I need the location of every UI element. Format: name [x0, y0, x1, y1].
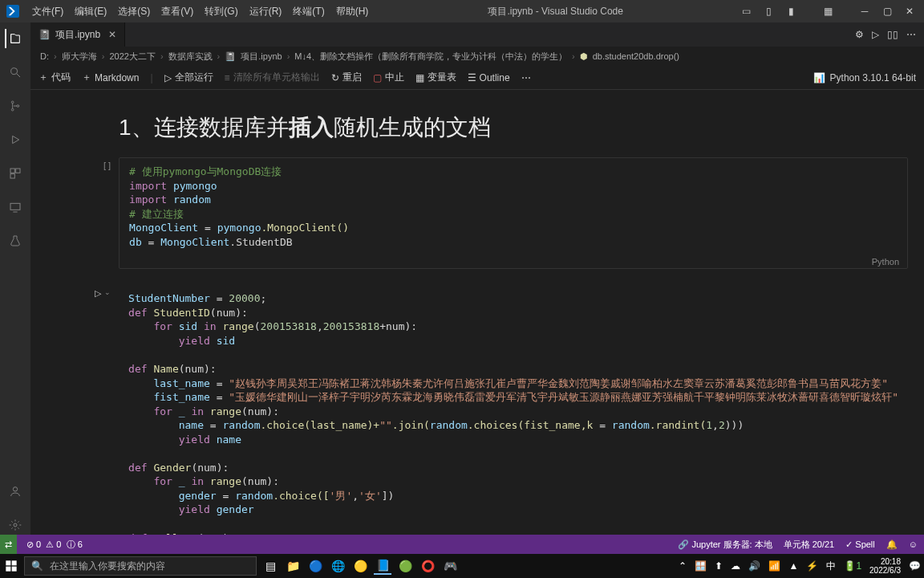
- start-button[interactable]: [3, 558, 19, 574]
- search-input[interactable]: 🔍 在这里输入你要搜索的内容: [24, 556, 257, 576]
- source-control-icon[interactable]: [6, 96, 25, 116]
- layout-icon[interactable]: ▮: [783, 6, 799, 17]
- menu-run[interactable]: 运行(R): [245, 3, 287, 20]
- layout-icon[interactable]: ▯: [760, 6, 776, 17]
- variables-button[interactable]: ▦变量表: [415, 71, 456, 84]
- chevron-down-icon[interactable]: ⌄: [104, 288, 111, 296]
- account-icon[interactable]: [6, 482, 25, 501]
- app-icon[interactable]: 🎮: [441, 557, 459, 575]
- outline-button[interactable]: ☰Outline: [468, 72, 510, 83]
- restart-button[interactable]: ↻重启: [331, 71, 362, 84]
- add-markdown-button[interactable]: ＋Markdown: [82, 71, 139, 84]
- bell-icon[interactable]: 🔔: [886, 539, 898, 550]
- activity-bar: [0, 22, 30, 535]
- edge-icon[interactable]: 🌐: [329, 557, 346, 575]
- menu-edit[interactable]: 编辑(E): [70, 3, 111, 20]
- crumb[interactable]: db.student20db.drop(): [593, 51, 679, 61]
- feedback-icon[interactable]: ☺: [909, 539, 918, 549]
- chevron-up-icon[interactable]: ⌃: [679, 560, 687, 572]
- task-icons: ▤ 📁 🔵 🌐 🟡 📘 🟢 ⭕ 🎮: [261, 557, 459, 575]
- gear-icon[interactable]: ⚙: [855, 29, 864, 40]
- menu-goto[interactable]: 转到(G): [200, 3, 242, 20]
- testing-icon[interactable]: [6, 231, 25, 250]
- stop-button[interactable]: ▢中止: [373, 71, 404, 84]
- app-icon[interactable]: 🟢: [396, 557, 414, 575]
- debug-icon[interactable]: [6, 130, 25, 149]
- remote-indicator[interactable]: ⇄: [0, 535, 17, 554]
- minimize-icon[interactable]: ─: [857, 6, 873, 17]
- menu-view[interactable]: 查看(V): [156, 3, 198, 20]
- notifications-icon[interactable]: 💬: [909, 560, 921, 572]
- remote-icon[interactable]: [6, 197, 25, 217]
- add-code-button[interactable]: ＋代码: [38, 71, 71, 84]
- svg-point-8: [13, 487, 17, 491]
- explorer-icon[interactable]: [5, 29, 24, 48]
- svg-rect-6: [10, 174, 14, 178]
- app-icon[interactable]: 🔵: [306, 557, 324, 575]
- code-cell[interactable]: [ ] # 使用pymongo与MongoDB连接 import pymongo…: [38, 157, 908, 269]
- svg-rect-5: [16, 169, 20, 173]
- split-icon[interactable]: ▯▯: [887, 29, 898, 40]
- extensions-icon[interactable]: [6, 164, 25, 183]
- editor: 📓 项目.ipynb ✕ ⚙ ▷ ▯▯ ⋯ D:› 师大学海› 2022大二下›…: [30, 22, 924, 535]
- spell-check[interactable]: ✓ Spell: [845, 539, 875, 550]
- vscode-logo: [6, 5, 19, 18]
- crumb[interactable]: M↓4、删除文档操作（删除所有商学院，专业为计科（中法）的学生）: [294, 51, 567, 63]
- tray-icon[interactable]: ☁: [731, 560, 740, 572]
- run-cell-icon[interactable]: ▷: [95, 288, 101, 299]
- window-controls: ▭ ▯ ▮ ▦ ─ ▢ ✕: [738, 6, 918, 17]
- kernel-picker[interactable]: Python 3.10.1 64-bit: [830, 72, 916, 83]
- maximize-icon[interactable]: ▢: [879, 6, 895, 17]
- tray-icon[interactable]: ⬆: [715, 560, 723, 572]
- more-icon[interactable]: ⋯: [906, 29, 916, 40]
- explorer-icon[interactable]: 📁: [284, 557, 302, 575]
- svg-rect-11: [12, 560, 17, 565]
- markdown-cell[interactable]: 1、连接数据库并插入随机生成的文档: [119, 112, 908, 143]
- clear-outputs-button[interactable]: ≡清除所有单元格输出: [225, 71, 320, 84]
- cell-position[interactable]: 单元格 20/21: [784, 539, 835, 551]
- titlebar: 文件(F) 编辑(E) 选择(S) 查看(V) 转到(G) 运行(R) 终端(T…: [0, 0, 924, 22]
- tray-icon[interactable]: ▲: [788, 560, 798, 572]
- svg-point-0: [11, 68, 18, 75]
- more-icon[interactable]: ⋯: [521, 72, 531, 83]
- jupyter-icon: 📓: [225, 51, 236, 62]
- crumb[interactable]: 数据库实践: [168, 51, 213, 63]
- menu-select[interactable]: 选择(S): [113, 3, 155, 20]
- tab-file[interactable]: 📓 项目.ipynb ✕: [30, 22, 125, 47]
- close-icon[interactable]: ✕: [902, 6, 918, 17]
- menu-file[interactable]: 文件(F): [27, 3, 68, 20]
- menu-help[interactable]: 帮助(H): [331, 3, 374, 20]
- tray-icon[interactable]: ⚡: [806, 560, 818, 572]
- settings-icon[interactable]: [6, 515, 25, 535]
- crumb[interactable]: 2022大二下: [109, 51, 155, 63]
- jupyter-server[interactable]: 🔗 Jupyter 服务器: 本地: [678, 539, 772, 551]
- heading: 1、连接数据库并插入随机生成的文档: [119, 112, 908, 143]
- wifi-icon[interactable]: 📶: [768, 560, 780, 572]
- clock[interactable]: 20:18 2022/6/3: [869, 557, 901, 575]
- tray-icon[interactable]: 🪟: [695, 560, 707, 572]
- app-icon[interactable]: ⭕: [419, 557, 436, 575]
- taskview-icon[interactable]: ▤: [261, 557, 279, 575]
- breadcrumb[interactable]: D:› 师大学海› 2022大二下› 数据库实践› 📓 项目.ipynb› M↓…: [30, 47, 924, 66]
- ime-icon[interactable]: 中: [826, 560, 836, 573]
- search-icon[interactable]: [6, 63, 25, 82]
- cell-lang[interactable]: Python: [872, 257, 899, 267]
- code[interactable]: StudentNumber = 20000; def StudentID(num…: [119, 285, 908, 535]
- run-icon[interactable]: ▷: [872, 29, 879, 40]
- layout-icon[interactable]: ▭: [738, 6, 754, 17]
- problems[interactable]: ⊘ 0 ⚠ 0 ⓘ 6: [26, 539, 83, 551]
- battery-icon[interactable]: 🔋1: [844, 560, 861, 572]
- run-all-button[interactable]: ▷全部运行: [164, 71, 213, 84]
- vscode-icon[interactable]: 📘: [374, 557, 391, 575]
- crumb[interactable]: 项目.ipynb: [241, 51, 282, 63]
- code[interactable]: # 使用pymongo与MongoDB连接 import pymongo imp…: [120, 158, 907, 255]
- crumb[interactable]: D:: [40, 51, 49, 61]
- menu-terminal[interactable]: 终端(T): [288, 3, 329, 20]
- code-cell[interactable]: ▷⌄ StudentNumber = 20000; def StudentID(…: [38, 285, 908, 535]
- chrome-icon[interactable]: 🟡: [351, 557, 369, 575]
- close-tab-icon[interactable]: ✕: [108, 29, 116, 40]
- volume-icon[interactable]: 🔊: [748, 560, 760, 572]
- notebook-body[interactable]: 1、连接数据库并插入随机生成的文档 [ ] # 使用pymongo与MongoD…: [30, 90, 924, 535]
- grid-icon[interactable]: ▦: [820, 6, 836, 17]
- crumb[interactable]: 师大学海: [62, 51, 97, 63]
